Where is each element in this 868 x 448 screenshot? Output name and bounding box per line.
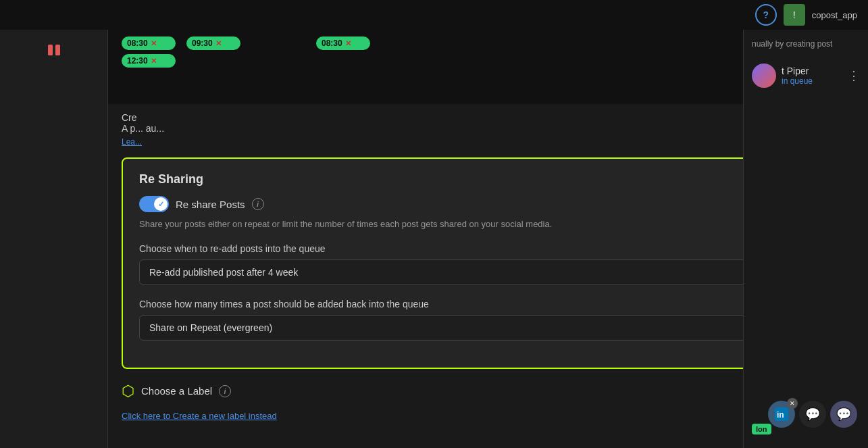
remove-0830-d4[interactable]: ✕: [345, 39, 351, 48]
learn-more-link[interactable]: Lea...: [122, 137, 142, 147]
svg-text:in: in: [777, 410, 784, 420]
toggle-row: ✓ Re share Posts i: [139, 196, 837, 212]
top-bar: ? ! copost_app: [0, 0, 868, 30]
chat-close-1[interactable]: ✕: [787, 398, 798, 409]
profile-name: t Piper: [782, 66, 813, 76]
queue-dropdown-wrapper: Re-add published post after 4 week Re-ad…: [139, 259, 837, 285]
profile-avatar: [752, 64, 776, 88]
notification-icon[interactable]: !: [784, 4, 805, 26]
profile-sub: in queue: [782, 76, 813, 86]
time-badge-1230: 12:30 ✕: [122, 54, 176, 68]
reshare-toggle[interactable]: ✓: [139, 196, 169, 212]
schedule-day-7: [511, 36, 565, 97]
sidebar: [0, 30, 108, 448]
remove-0830[interactable]: ✕: [151, 39, 157, 48]
time-badge-0830: 08:30 ✕: [122, 36, 176, 50]
right-description: nually by creating post: [752, 38, 860, 50]
toggle-thumb: ✓: [154, 197, 168, 211]
username: copost_app: [812, 10, 857, 20]
sidebar-menu-icon[interactable]: [42, 38, 66, 62]
more-options-icon[interactable]: ⋮: [848, 68, 860, 83]
svg-rect-1: [55, 45, 60, 55]
times-dropdown[interactable]: Share on Repeat (evergreen) Share once S…: [139, 315, 837, 341]
toggle-track: ✓: [139, 196, 169, 212]
time-badge-0930: 09:30 ✕: [186, 36, 240, 50]
schedule-day-3: [251, 36, 305, 97]
times-label: Choose how many times a post should be a…: [139, 299, 837, 309]
reshare-label: Re share Posts: [176, 199, 245, 210]
label-title: Choose a Label: [141, 385, 212, 397]
resharing-title: Re Sharing: [139, 172, 837, 186]
schedule-day-2: 09:30 ✕: [186, 36, 240, 97]
label-info-icon[interactable]: i: [219, 385, 231, 397]
chat-wrapper-2: 💬: [799, 401, 826, 428]
svg-rect-0: [48, 45, 53, 55]
remove-1230[interactable]: ✕: [151, 57, 157, 66]
queue-label: Choose when to re-add posts into the que…: [139, 243, 837, 254]
checkmark-icon: ✓: [158, 200, 164, 209]
chat-wrapper-1: ✕ in: [768, 401, 795, 428]
schedule-day-6: [446, 36, 500, 97]
chat-bubble-2[interactable]: 💬: [799, 401, 826, 428]
right-desc-text: nually by creating post: [752, 39, 832, 49]
time-badge-0830-d4: 08:30 ✕: [316, 36, 370, 50]
chat-overlay: ✕ in 💬 💬: [768, 401, 857, 428]
profile-row: t Piper in queue ⋮: [752, 64, 860, 88]
help-icon[interactable]: ?: [755, 4, 777, 26]
queue-dropdown[interactable]: Re-add published post after 4 week Re-ad…: [139, 259, 837, 285]
schedule-day-1: 08:30 ✕ 12:30 ✕: [122, 36, 176, 97]
chat-wrapper-3: 💬: [830, 401, 857, 428]
reshare-info-icon[interactable]: i: [252, 198, 264, 210]
profile-info: t Piper in queue: [782, 66, 813, 86]
times-dropdown-wrapper: Share on Repeat (evergreen) Share once S…: [139, 315, 837, 341]
right-panel: nually by creating post t Piper in queue…: [743, 30, 868, 448]
resharing-description: Share your posts either on repeat or lim…: [139, 218, 837, 231]
label-tag-icon: ⬡: [122, 382, 134, 400]
top-bar-icons: ? ! copost_app: [755, 4, 857, 26]
remove-0930[interactable]: ✕: [215, 39, 222, 48]
chat-bubble-3[interactable]: 💬: [830, 401, 857, 428]
schedule-day-4: 08:30 ✕: [316, 36, 370, 97]
schedule-day-5: [381, 36, 435, 97]
